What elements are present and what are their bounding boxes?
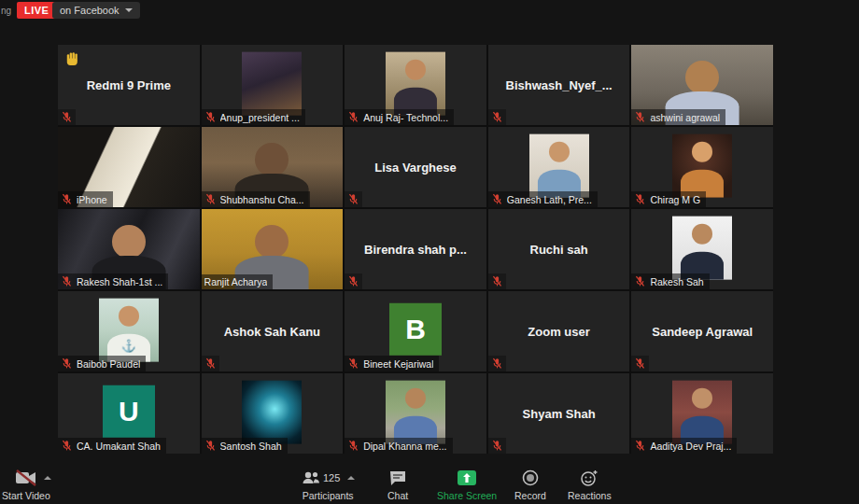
- participant-tile[interactable]: Bishwash_Nyef_...: [488, 45, 630, 125]
- start-video-button[interactable]: Start Video: [2, 469, 50, 501]
- participant-name: Ranjit Acharya: [204, 276, 268, 287]
- mute-indicator: [488, 356, 506, 371]
- participant-name: Bishwash_Nyef_...: [488, 78, 630, 92]
- participant-tile[interactable]: BBineet Kejariwal: [345, 291, 486, 371]
- participant-tile[interactable]: Zoom user: [488, 291, 630, 371]
- participants-label: Participants: [303, 490, 354, 501]
- initial-avatar: B: [389, 303, 442, 356]
- participants-icon: [301, 469, 321, 486]
- video-camera-off-icon: [14, 469, 38, 487]
- muted-mic-icon: [347, 275, 359, 287]
- participant-tile[interactable]: ashwini agrawal: [631, 45, 773, 125]
- participant-name: Shubhanshu Cha...: [220, 194, 304, 205]
- record-button[interactable]: Record: [514, 469, 546, 501]
- mute-indicator: [631, 356, 649, 371]
- name-label: Ranjit Acharya: [202, 274, 274, 289]
- participant-tile[interactable]: Anup_president ...: [202, 45, 344, 125]
- participant-tile[interactable]: Anuj Raj- Technol...: [345, 45, 486, 125]
- muted-mic-icon: [634, 440, 646, 452]
- mute-indicator: [488, 438, 506, 454]
- reactions-icon: [580, 469, 598, 486]
- participant-tile[interactable]: Lisa Varghese: [345, 127, 486, 207]
- muted-mic-icon: [634, 357, 646, 370]
- participant-tile[interactable]: Aaditya Dev Praj...: [631, 373, 773, 454]
- muted-mic-icon: [634, 193, 646, 205]
- profile-photo: [386, 52, 445, 116]
- reactions-button[interactable]: Reactions: [568, 469, 612, 501]
- participant-name: Zoom user: [488, 325, 630, 339]
- muted-mic-icon: [491, 111, 503, 123]
- participant-tile[interactable]: Chirag M G: [631, 127, 773, 207]
- participant-tile[interactable]: Redmi 9 Prime: [58, 45, 200, 125]
- muted-mic-icon: [491, 193, 503, 205]
- participant-tile[interactable]: Ruchi sah: [488, 209, 630, 289]
- name-label: Bineet Kejariwal: [345, 356, 439, 371]
- participant-tile[interactable]: Shubhanshu Cha...: [202, 127, 344, 207]
- muted-mic-icon: [491, 440, 503, 452]
- name-label: Rakesh Shah-1st ...: [58, 273, 168, 289]
- participant-name: Rakesh Sah: [650, 276, 703, 287]
- participant-tile[interactable]: UCA. Umakant Shah: [58, 373, 200, 454]
- chat-label: Chat: [387, 490, 408, 501]
- participant-tile[interactable]: Ganesh Lath, Pre...: [488, 127, 630, 207]
- facebook-stream-dropdown[interactable]: on Facebook: [52, 2, 140, 19]
- person-silhouette-head: [405, 388, 426, 409]
- name-label: Anup_president ...: [202, 109, 305, 125]
- participants-button[interactable]: 125 Participants: [301, 469, 355, 501]
- person-silhouette-head: [692, 224, 712, 245]
- share-screen-button[interactable]: Share Screen: [437, 469, 497, 501]
- participant-name: Sandeep Agrawal: [631, 325, 773, 339]
- participant-tile[interactable]: Dipal Khanna me...: [345, 373, 486, 454]
- name-label: iPhone: [58, 191, 113, 207]
- profile-photo: [672, 217, 732, 280]
- person-silhouette-head: [112, 225, 146, 259]
- muted-mic-icon: [61, 193, 73, 205]
- start-video-caret-icon[interactable]: [44, 476, 51, 480]
- participant-name: iPhone: [77, 194, 107, 205]
- muted-mic-icon: [491, 275, 503, 287]
- muted-mic-icon: [61, 440, 73, 452]
- person-silhouette-head: [549, 142, 570, 162]
- name-label: CA. Umakant Shah: [58, 438, 166, 454]
- profile-photo: [529, 134, 589, 198]
- participants-caret-icon[interactable]: [347, 476, 355, 480]
- participant-name: Anup_president ...: [220, 112, 300, 123]
- participant-tile[interactable]: Ranjit Acharya: [202, 209, 344, 289]
- person-silhouette-head: [119, 306, 139, 327]
- name-label: Anuj Raj- Technol...: [345, 109, 454, 125]
- participant-tile[interactable]: iPhone: [58, 127, 200, 207]
- participant-name: Baibob Paudel: [77, 358, 140, 370]
- reactions-label: Reactions: [568, 490, 612, 501]
- participant-name: Ashok Sah Kanu: [202, 325, 344, 339]
- top-bar: ng LIVE on Facebook: [0, 0, 859, 24]
- name-label: ashwini agrawal: [631, 109, 725, 125]
- participant-tile[interactable]: Santosh Shah: [202, 373, 344, 454]
- mute-indicator: [488, 273, 506, 289]
- participant-tile[interactable]: Sandeep Agrawal: [631, 291, 773, 371]
- participant-name: Birendra shah p...: [345, 243, 486, 257]
- participant-tile[interactable]: ⚓Baibob Paudel: [58, 291, 200, 371]
- participant-tile[interactable]: Ashok Sah Kanu: [202, 291, 344, 371]
- meeting-toolbar: Start Video 125 Participants Chat: [0, 459, 859, 504]
- muted-mic-icon: [347, 193, 359, 205]
- participant-name: Aaditya Dev Praj...: [650, 441, 731, 452]
- muted-mic-icon: [634, 275, 646, 287]
- chat-button[interactable]: Chat: [387, 469, 408, 501]
- profile-photo: [242, 52, 302, 116]
- mute-indicator: [58, 109, 76, 125]
- participant-tile[interactable]: Rakesh Sah: [631, 209, 773, 289]
- record-icon: [522, 469, 539, 486]
- muted-mic-icon: [61, 111, 73, 123]
- participant-tile[interactable]: Birendra shah p...: [345, 209, 486, 289]
- mute-indicator: [488, 109, 506, 125]
- name-label: Ganesh Lath, Pre...: [488, 191, 598, 207]
- name-label: Dipal Khanna me...: [345, 438, 452, 454]
- participant-name: Lisa Varghese: [345, 161, 486, 175]
- participant-name: Rakesh Shah-1st ...: [77, 276, 162, 287]
- participant-tile[interactable]: Shyam Shah: [488, 373, 630, 454]
- start-video-label: Start Video: [2, 490, 50, 501]
- participant-tile[interactable]: Rakesh Shah-1st ...: [58, 209, 200, 289]
- muted-mic-icon: [204, 193, 217, 205]
- raised-hand-icon: [64, 50, 80, 66]
- muted-mic-icon: [347, 357, 359, 370]
